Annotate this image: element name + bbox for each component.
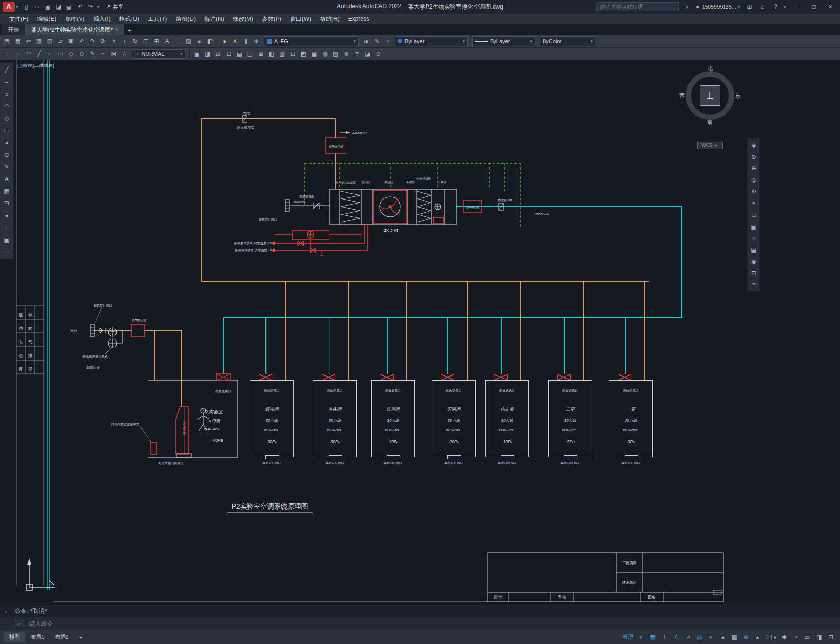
paste-icon[interactable]: ▤ bbox=[234, 49, 245, 59]
paste-icon[interactable]: ▤ bbox=[2, 36, 12, 46]
viewcube-west[interactable]: 西 bbox=[679, 92, 685, 100]
ortho-toggle[interactable]: ⊥ bbox=[659, 632, 670, 642]
viewcube-east[interactable]: 东 bbox=[735, 92, 741, 100]
annotation-monitor[interactable]: ◔ bbox=[791, 632, 801, 642]
polyline-icon[interactable]: ⌐ bbox=[45, 49, 55, 59]
cut-icon[interactable]: ✂ bbox=[23, 36, 33, 46]
hatch-icon[interactable]: ▨ bbox=[183, 36, 194, 46]
annotation-scale[interactable]: 1:1 ▾ bbox=[764, 632, 778, 642]
help-icon[interactable]: ? bbox=[771, 2, 781, 12]
app-store-icon[interactable]: ⊞ bbox=[744, 2, 755, 12]
help-dropdown-icon[interactable]: ▾ bbox=[784, 5, 788, 9]
zoom-in-icon[interactable]: ⊕ bbox=[748, 151, 759, 162]
polygon-icon[interactable]: ◇ bbox=[66, 49, 76, 59]
command-input-row[interactable]: ≡ ＞ 键入命令 bbox=[0, 617, 840, 630]
explode-icon[interactable]: ⊠ bbox=[256, 49, 266, 59]
lineweight-toggle[interactable]: ≡ bbox=[717, 632, 728, 642]
style-combo[interactable]: ⊿ NORMAL▾ bbox=[132, 49, 185, 59]
layer-freeze-icon[interactable]: ❄ bbox=[251, 36, 262, 46]
steering-wheel-icon[interactable]: ◈ bbox=[748, 139, 759, 150]
subtract-icon[interactable]: ⊟ bbox=[224, 49, 234, 59]
window-icon[interactable]: ▣ bbox=[748, 221, 759, 232]
annotation-visibility[interactable]: ▲ bbox=[752, 632, 763, 642]
redo-icon[interactable]: ↷ bbox=[87, 36, 98, 46]
menu-item[interactable]: 参数(P) bbox=[258, 14, 286, 24]
undo-icon[interactable]: ↶ bbox=[75, 2, 85, 12]
regen-icon[interactable]: ⟳ bbox=[98, 36, 108, 46]
menu-item[interactable]: 编辑(E) bbox=[33, 14, 61, 24]
grid-toggle[interactable]: # bbox=[636, 632, 646, 642]
menu-item[interactable]: 视图(V) bbox=[61, 14, 89, 24]
otrack-toggle[interactable]: ⌖ bbox=[706, 632, 716, 642]
wipeout-icon[interactable]: ◪ bbox=[362, 49, 373, 59]
arc-icon[interactable]: ◠ bbox=[23, 49, 33, 59]
zoom-out-icon[interactable]: ⊖ bbox=[748, 163, 759, 174]
ellipse-icon[interactable]: ⊙ bbox=[1, 149, 12, 160]
command-close-icon[interactable]: × bbox=[2, 609, 11, 614]
hatch-icon[interactable]: ▦ bbox=[309, 49, 319, 59]
line-icon[interactable]: ╱ bbox=[34, 49, 44, 59]
drawing-canvas[interactable]: 建筑 结构 电气 给排 暖通 bbox=[0, 60, 840, 605]
gradient-icon[interactable]: ◍ bbox=[320, 49, 330, 59]
divide-icon[interactable]: ∴ bbox=[1, 222, 12, 233]
arc-icon[interactable]: ◠ bbox=[1, 100, 12, 112]
new-icon[interactable]: ▯ bbox=[21, 2, 32, 12]
rotate-icon[interactable]: ↻ bbox=[130, 36, 140, 46]
layer-on-bulb-icon[interactable]: ● bbox=[219, 36, 230, 46]
undo-icon[interactable]: ↶ bbox=[77, 36, 87, 46]
intersect-icon[interactable]: ⋈ bbox=[109, 49, 119, 59]
help-search-input[interactable] bbox=[596, 2, 679, 11]
polyline-icon[interactable]: ⌐ bbox=[1, 76, 12, 87]
units-display[interactable]: ▭ bbox=[802, 632, 813, 642]
sketch-icon[interactable]: ✎ bbox=[87, 49, 98, 59]
save-icon[interactable]: ▣ bbox=[66, 36, 76, 46]
open-icon[interactable]: ▱ bbox=[32, 2, 42, 12]
workspace-switch[interactable]: ✱ bbox=[779, 632, 790, 642]
refresh-icon[interactable]: ↻ bbox=[748, 186, 759, 197]
color-combo[interactable]: ByLayer▾ bbox=[395, 36, 468, 46]
print-icon[interactable]: ▥ bbox=[45, 36, 55, 46]
line-icon[interactable]: ╱ bbox=[1, 64, 12, 75]
orbit-icon[interactable]: ◎ bbox=[748, 174, 759, 185]
move-icon[interactable]: + bbox=[119, 36, 130, 46]
search-icon[interactable]: ⌕ bbox=[682, 2, 692, 12]
layer-list-icon[interactable]: ≡ bbox=[194, 36, 204, 46]
command-input-placeholder[interactable]: 键入命令 bbox=[28, 620, 52, 628]
menu-item[interactable]: Express bbox=[344, 14, 374, 24]
text-icon[interactable]: A bbox=[162, 36, 172, 46]
copy-icon[interactable]: ▦ bbox=[13, 36, 23, 46]
offset-icon[interactable]: ⊖ bbox=[373, 49, 383, 59]
match-properties-icon[interactable]: ▧ bbox=[34, 36, 44, 46]
grid-icon[interactable]: # bbox=[109, 36, 119, 46]
tab-layout1[interactable]: 布局1 bbox=[25, 632, 49, 642]
rectangle-icon[interactable]: ▭ bbox=[1, 125, 12, 136]
wcs-selector[interactable]: WCS▾ bbox=[697, 142, 723, 149]
viewcube-south[interactable]: 南 bbox=[707, 118, 713, 127]
save-as-icon[interactable]: ◪ bbox=[53, 2, 64, 12]
table-icon[interactable]: ▦ bbox=[1, 185, 12, 197]
tab-layout2[interactable]: 布局2 bbox=[49, 632, 74, 642]
fillet-icon[interactable]: ◩ bbox=[298, 49, 309, 59]
rectangle-icon[interactable]: ▭ bbox=[55, 49, 66, 59]
model-space-toggle[interactable]: 模型 bbox=[621, 632, 635, 642]
point-icon[interactable]: ● bbox=[1, 210, 12, 221]
quick-properties[interactable]: ◨ bbox=[814, 632, 824, 642]
new-tab-button[interactable]: + bbox=[125, 25, 134, 35]
restore-button[interactable]: □ bbox=[807, 1, 821, 12]
mirror-icon[interactable]: ◫ bbox=[141, 36, 151, 46]
transparency-toggle[interactable]: ▩ bbox=[729, 632, 740, 642]
sheet-icon[interactable]: ▤ bbox=[748, 244, 759, 255]
add-layout-button[interactable]: + bbox=[74, 633, 87, 642]
make-current-icon[interactable]: ✎ bbox=[372, 36, 382, 46]
tab-model[interactable]: 模型 bbox=[4, 632, 25, 642]
block-icon[interactable]: ▣ bbox=[192, 49, 202, 59]
share-button[interactable]: ↗共享 bbox=[105, 2, 124, 12]
tab-start[interactable]: 开始 bbox=[2, 24, 25, 35]
menu-item[interactable]: 工具(T) bbox=[144, 14, 171, 24]
donut-icon[interactable]: ⊙ bbox=[77, 49, 87, 59]
trim-icon[interactable]: ◧ bbox=[266, 49, 277, 59]
linetype-combo[interactable]: ByLayer▾ bbox=[472, 36, 535, 46]
menu-item[interactable]: 插入(I) bbox=[89, 14, 115, 24]
spline-icon[interactable]: ≈ bbox=[1, 137, 12, 148]
polygon-icon[interactable]: ◇ bbox=[1, 113, 12, 124]
